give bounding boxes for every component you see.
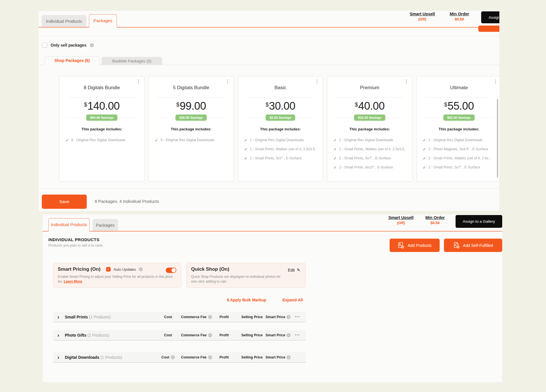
- info-icon[interactable]: i: [208, 333, 212, 337]
- info-icon[interactable]: i: [139, 267, 143, 271]
- includes-label: This package includes:: [238, 127, 323, 131]
- header-divider: [39, 28, 499, 36]
- column-selling-price: Selling Price: [241, 333, 262, 337]
- smart-upsell-value: (Off): [387, 221, 415, 225]
- add-products-button[interactable]: Add Products: [390, 239, 440, 252]
- check-icon: ✓: [334, 156, 336, 160]
- min-order-metric[interactable]: Min Order $0.50: [446, 12, 473, 21]
- min-order-value: $0.50: [446, 17, 473, 21]
- category-count: (2 Products): [87, 333, 109, 337]
- info-icon[interactable]: i: [287, 315, 291, 319]
- category-row-photo-gifts[interactable]: › Photo Gifts (2 Products) Cost Commerce…: [53, 330, 306, 341]
- auto-updates-label: Auto Updates: [113, 267, 136, 272]
- assign-to-gallery-button[interactable]: Assign to a Gallery: [481, 11, 499, 23]
- add-photo-product-icon: [398, 242, 405, 249]
- min-order-metric[interactable]: Min Order $0.50: [424, 215, 446, 225]
- check-icon: ✓: [334, 165, 336, 170]
- auto-updates-checkbox[interactable]: ✓: [106, 267, 111, 272]
- smart-upsell-metric[interactable]: Smart Upsell (Off): [405, 12, 439, 21]
- learn-more-link[interactable]: Learn More: [64, 280, 82, 283]
- info-icon[interactable]: i: [208, 355, 212, 359]
- package-include-item: ✓2 - Small Prints, 8x10" , E-Surface: [334, 165, 406, 170]
- column-commerce-fee: Commerce Feei: [181, 355, 212, 359]
- package-includes-list: ✓1 - Original Res Digital Downloads✓1 - …: [327, 138, 412, 170]
- chevron-right-icon[interactable]: ›: [57, 314, 59, 320]
- smart-upsell-label: Smart Upsell: [387, 215, 415, 220]
- tab-label: Packages: [96, 223, 115, 228]
- save-button[interactable]: Save: [42, 195, 87, 209]
- check-icon: ✓: [334, 147, 336, 151]
- subtab-bookme-packages[interactable]: BookMe Packages (0): [102, 57, 162, 65]
- column-selling-price: Selling Price: [241, 315, 262, 319]
- column-commerce-fee: Commerce Feei: [181, 315, 212, 319]
- info-icon[interactable]: i: [208, 315, 212, 319]
- subtab-label: BookMe Packages (0): [112, 59, 152, 63]
- row-menu-icon[interactable]: ···: [295, 332, 300, 337]
- chevron-right-icon[interactable]: ›: [57, 355, 59, 360]
- tab-individual-products[interactable]: Individual Products: [42, 15, 86, 27]
- check-icon: ✓: [423, 138, 426, 142]
- column-profit: Profit: [220, 315, 229, 319]
- column-commerce-fee: Commerce Feei: [181, 333, 212, 337]
- package-includes-list: ✓8 - Original Res Digital Downloads: [59, 138, 144, 142]
- kebab-menu-icon[interactable]: ⋮: [493, 79, 498, 84]
- chevron-right-icon[interactable]: ›: [57, 332, 59, 338]
- column-cost: Cost: [164, 315, 172, 319]
- category-count: (1 Products): [100, 355, 122, 360]
- category-name: Small Prints: [65, 315, 88, 319]
- check-icon: ✓: [244, 156, 247, 160]
- package-price: $40.00: [327, 100, 412, 112]
- section-subheading: Products you plan to sell à la carte.: [48, 243, 104, 247]
- check-icon: ✓: [244, 147, 247, 151]
- save-footer: Save 6 Packages, 4 Individual Products: [39, 188, 499, 211]
- package-includes-list: ✓1 - Original Res Digital Downloads✓1 - …: [238, 138, 323, 160]
- check-icon: ✓: [334, 138, 336, 142]
- category-row-small-prints[interactable]: › Small Prints (1 Products) Cost Commerc…: [53, 312, 306, 322]
- kebab-menu-icon[interactable]: ⋮: [404, 79, 409, 84]
- info-icon[interactable]: i: [90, 43, 94, 47]
- tab-label: Individual Products: [46, 19, 82, 24]
- smart-upsell-metric[interactable]: Smart Upsell (Off): [387, 215, 415, 225]
- info-icon[interactable]: i: [287, 355, 291, 359]
- check-icon: ✓: [244, 138, 247, 142]
- category-row-digital-downloads[interactable]: › Digital Downloads (1 Products) Costi C…: [53, 352, 306, 363]
- package-include-item: ✓1 - Original Res Digital Downloads: [334, 138, 406, 142]
- apply-bulk-markup-link[interactable]: $ Apply Bulk Markup: [227, 298, 266, 302]
- package-include-item: ✓1 - Original Res Digital Downloads: [244, 138, 317, 142]
- savings-badge: $26.00 Savings: [175, 114, 207, 121]
- package-price: $30.00: [238, 100, 323, 112]
- only-sell-packages-checkbox[interactable]: [42, 43, 47, 48]
- assign-to-gallery-button[interactable]: Assign to a Gallery: [456, 215, 502, 228]
- expand-all-link[interactable]: Expand All: [282, 298, 303, 302]
- package-include-item: ✓2 - Small Prints, 5x7" , E-Surface: [423, 165, 495, 170]
- subtab-shop-packages[interactable]: Shop Packages (6): [45, 56, 100, 65]
- only-sell-packages-label: Only sell packages: [51, 43, 86, 47]
- row-menu-icon[interactable]: ···: [295, 314, 300, 319]
- tab-packages[interactable]: Packages: [92, 219, 118, 231]
- only-sell-packages-row: Only sell packages i: [42, 43, 94, 48]
- quick-shop-edit-link[interactable]: Edit ✎: [288, 268, 300, 273]
- price-list-summary: 6 Packages, 4 Individual Products: [95, 199, 159, 204]
- smart-pricing-toggle[interactable]: [166, 268, 176, 273]
- column-cost: Cost: [164, 333, 172, 337]
- tab-packages[interactable]: Packages: [89, 14, 117, 28]
- smart-upsell-value: (Off): [405, 17, 439, 21]
- add-self-fulfilled-button[interactable]: Add Self-Fulfilled: [444, 239, 502, 252]
- kebab-menu-icon[interactable]: ⋮: [225, 79, 230, 84]
- currency-sign: $: [444, 101, 447, 108]
- info-icon[interactable]: i: [171, 355, 175, 359]
- tab-label: Individual Products: [51, 222, 87, 227]
- kebab-menu-icon[interactable]: ⋮: [315, 79, 319, 84]
- quick-shop-title: Quick Shop (On): [191, 266, 301, 272]
- individual-products-panel: Individual Products Packages Smart Upsel…: [43, 214, 502, 382]
- column-profit: Profit: [220, 355, 229, 359]
- check-icon: ✓: [423, 147, 426, 151]
- kebab-menu-icon[interactable]: ⋮: [136, 79, 141, 84]
- savings-badge: $16.00 Savings: [354, 114, 385, 121]
- savings-badge: $60.00 Savings: [86, 114, 117, 121]
- package-card-basic: ⋮ Basic $30.00 $2.50 Savings This packag…: [238, 76, 323, 182]
- package-card-ultimate: ⋮ Ultimate $55.00 $52.00 Savings This pa…: [416, 76, 499, 182]
- vertical-scrollbar[interactable]: [497, 99, 498, 178]
- tab-individual-products[interactable]: Individual Products: [48, 218, 90, 232]
- info-icon[interactable]: i: [287, 333, 291, 337]
